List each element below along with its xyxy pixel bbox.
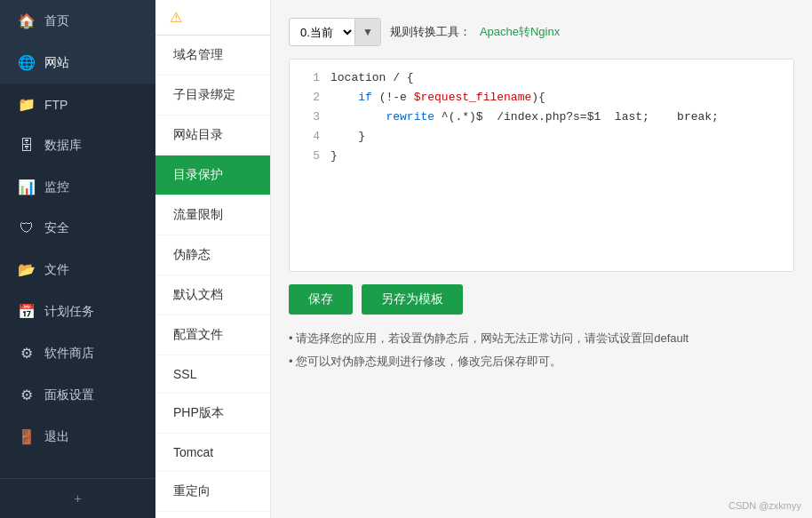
home-icon: 🏠 <box>18 12 36 29</box>
sidebar-item-monitor[interactable]: 📊 监控 <box>0 166 155 208</box>
sub-menu-item-flowlimit[interactable]: 流量限制 <box>155 195 270 235</box>
code-editor[interactable]: 1 location / { 2 if (!-e $request_filena… <box>289 59 794 272</box>
code-text-3: rewrite ^(.*)$ /index.php?s=$1 last; bre… <box>330 108 719 127</box>
note-2: 您可以对伪静态规则进行修改，修改完后保存即可。 <box>289 350 794 373</box>
button-row: 保存 另存为模板 <box>289 284 794 315</box>
code-line-4: 4 } <box>290 127 793 147</box>
code-text-4: } <box>330 127 365 147</box>
sidebar-label-files: 文件 <box>44 262 69 278</box>
line-num-2: 2 <box>302 88 320 108</box>
sidebar-item-logout[interactable]: 🚪 退出 <box>0 416 155 458</box>
sub-menu: ⚠ 域名管理 子目录绑定 网站目录 目录保护 流量限制 伪静态 默认文档 配置文… <box>155 0 271 518</box>
ftp-icon: 📁 <box>18 96 36 113</box>
rule-tool-link[interactable]: Apache转Nginx <box>480 24 560 40</box>
sidebar-item-appstore[interactable]: ⚙ 软件商店 <box>0 332 155 374</box>
add-button[interactable]: + <box>0 478 155 518</box>
save-button[interactable]: 保存 <box>289 284 353 315</box>
sidebar-label-website: 网站 <box>44 55 69 71</box>
sidebar-label-monitor: 监控 <box>44 179 69 195</box>
sidebar-label-home: 首页 <box>44 13 69 29</box>
sub-menu-item-redirect-test[interactable]: 重定向(测试版) <box>155 512 270 518</box>
sub-menu-item-pseudostatic[interactable]: 伪静态 <box>155 235 270 275</box>
sidebar: 🏠 首页 🌐 网站 📁 FTP 🗄 数据库 📊 监控 🛡 安全 📂 文件 📅 计… <box>0 0 155 518</box>
sub-menu-item-domain[interactable]: 域名管理 <box>155 36 270 76</box>
files-icon: 📂 <box>18 261 36 278</box>
sub-menu-item-subdomain[interactable]: 子目录绑定 <box>155 76 270 116</box>
monitor-icon: 📊 <box>18 179 36 195</box>
sidebar-label-ftp: FTP <box>44 98 68 112</box>
line-num-4: 4 <box>302 127 320 147</box>
sub-menu-header: ⚠ <box>155 0 270 36</box>
sidebar-label-database: 数据库 <box>44 138 82 154</box>
line-num-1: 1 <box>302 68 320 88</box>
rule-dropdown[interactable]: 0.当前 ▼ <box>289 18 381 46</box>
sidebar-item-cron[interactable]: 📅 计划任务 <box>0 291 155 332</box>
sidebar-item-website[interactable]: 🌐 网站 <box>0 42 155 84</box>
warning-icon: ⚠ <box>170 9 182 26</box>
sidebar-label-logout: 退出 <box>44 429 69 445</box>
sidebar-label-cron: 计划任务 <box>44 304 94 320</box>
note-1: 请选择您的应用，若设置伪静态后，网站无法正常访问，请尝试设置回default <box>289 327 794 350</box>
sub-menu-item-dirprotect[interactable]: 目录保护 <box>155 155 270 195</box>
rule-tool-label: 规则转换工具： <box>390 24 471 40</box>
sub-menu-item-redirect[interactable]: 重定向 <box>155 472 270 512</box>
notes-section: 请选择您的应用，若设置伪静态后，网站无法正常访问，请尝试设置回default 您… <box>289 327 794 373</box>
save-template-button[interactable]: 另存为模板 <box>362 284 463 315</box>
website-icon: 🌐 <box>18 54 36 71</box>
logout-icon: 🚪 <box>18 428 36 445</box>
code-line-3: 3 rewrite ^(.*)$ /index.php?s=$1 last; b… <box>290 108 793 127</box>
sub-menu-item-sitedir[interactable]: 网站目录 <box>155 116 270 155</box>
rule-select[interactable]: 0.当前 <box>290 19 354 45</box>
sub-menu-item-ssl[interactable]: SSL <box>155 355 270 394</box>
sub-menu-item-config[interactable]: 配置文件 <box>155 315 270 355</box>
dropdown-arrow-icon: ▼ <box>354 19 380 45</box>
watermark: CSDN @zxkmyy <box>728 500 801 511</box>
code-line-1: 1 location / { <box>290 68 793 88</box>
line-num-3: 3 <box>302 108 320 127</box>
main-content: 0.当前 ▼ 规则转换工具： Apache转Nginx 1 location /… <box>271 0 812 518</box>
toolbar-row: 0.当前 ▼ 规则转换工具： Apache转Nginx <box>289 18 794 46</box>
appstore-icon: ⚙ <box>18 345 36 362</box>
sidebar-label-security: 安全 <box>44 220 69 236</box>
sidebar-item-security[interactable]: 🛡 安全 <box>0 208 155 249</box>
panel-icon: ⚙ <box>18 387 36 403</box>
sidebar-label-appstore: 软件商店 <box>44 346 94 362</box>
code-text-1: location / { <box>330 68 414 88</box>
sidebar-item-files[interactable]: 📂 文件 <box>0 249 155 291</box>
sub-menu-item-php[interactable]: PHP版本 <box>155 394 270 434</box>
sub-menu-item-tomcat[interactable]: Tomcat <box>155 434 270 472</box>
code-text-2: if (!-e $request_filename){ <box>330 88 545 108</box>
security-icon: 🛡 <box>18 220 36 236</box>
code-line-5: 5 } <box>290 147 793 166</box>
database-icon: 🗄 <box>18 138 36 154</box>
sidebar-item-database[interactable]: 🗄 数据库 <box>0 125 155 166</box>
line-num-5: 5 <box>302 147 320 166</box>
sub-menu-item-defaultdoc[interactable]: 默认文档 <box>155 275 270 315</box>
code-text-5: } <box>330 147 338 166</box>
cron-icon: 📅 <box>18 303 36 320</box>
sidebar-item-panel[interactable]: ⚙ 面板设置 <box>0 374 155 416</box>
sidebar-label-panel: 面板设置 <box>44 387 94 403</box>
sidebar-item-ftp[interactable]: 📁 FTP <box>0 84 155 125</box>
sidebar-item-home[interactable]: 🏠 首页 <box>0 0 155 42</box>
code-line-2: 2 if (!-e $request_filename){ <box>290 88 793 108</box>
